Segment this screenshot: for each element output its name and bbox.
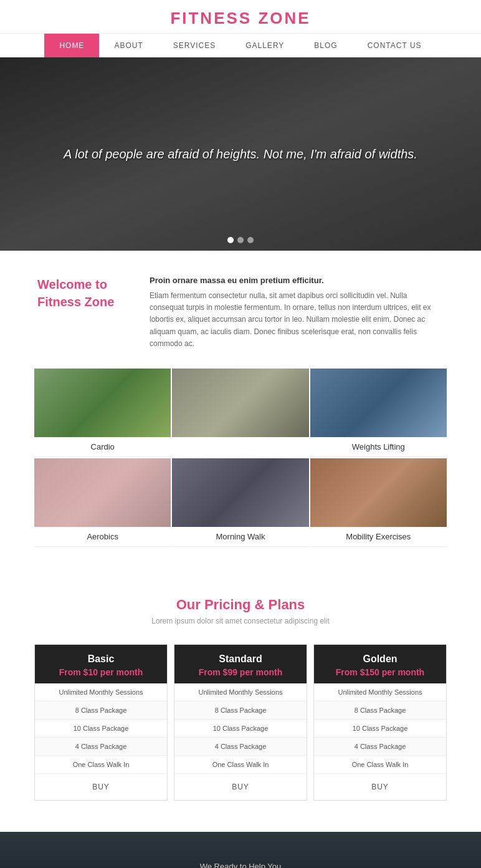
welcome-heading: Proin ornare massa eu enim pretium effic… (150, 276, 444, 285)
pricing-golden-amount: $150 (360, 667, 379, 677)
pricing-grid: Basic From $10 per month Unlimited Month… (34, 644, 447, 801)
nav-home[interactable]: HOME (44, 34, 99, 57)
nav-blog[interactable]: BLOG (299, 34, 352, 57)
pricing-golden-from: From (336, 667, 360, 677)
pricing-golden-f3: 10 Class Package (314, 720, 446, 738)
hero-dot-2[interactable] (237, 237, 244, 243)
pricing-standard-per: per month (237, 667, 282, 677)
service-weights-label: Weights Lifting (310, 437, 447, 457)
services-section: Cardio Running Weights Lifting Aerobics … (0, 369, 481, 572)
pricing-standard-price: From $99 per month (181, 667, 300, 677)
pricing-standard-amount: $99 (223, 667, 237, 677)
service-mobility: Mobility Exercises (310, 458, 447, 547)
service-cardio-label: Cardio (34, 437, 171, 457)
pricing-golden-buy[interactable]: BUY (314, 774, 446, 800)
service-aerobics-label: Aerobics (34, 527, 171, 547)
pricing-standard-header: Standard From $99 per month (174, 645, 307, 683)
pricing-standard-buy[interactable]: BUY (174, 774, 307, 800)
hero-dots (227, 237, 254, 243)
hero-dot-3[interactable] (247, 237, 254, 243)
service-aerobics-img (34, 458, 171, 527)
pricing-basic-header: Basic From $10 per month (35, 645, 167, 683)
pricing-standard-name: Standard (181, 653, 300, 665)
pricing-standard-f1: Unlimited Monthly Sessions (174, 683, 307, 702)
service-weights: Weights Lifting (310, 369, 447, 457)
service-aerobics: Aerobics (34, 458, 171, 547)
pricing-golden-f5: One Class Walk In (314, 756, 446, 774)
pricing-golden-header: Golden From $150 per month (314, 645, 446, 683)
site-title: FITNESS ZONE (0, 9, 481, 28)
pricing-section: Our Pricing & Plans Lorem ipsum dolor si… (0, 572, 481, 832)
pricing-golden-f1: Unlimited Monthly Sessions (314, 683, 446, 702)
pricing-golden-name: Golden (320, 653, 440, 665)
pricing-basic-price: From $10 per month (41, 667, 161, 677)
pricing-basic-from: From (59, 667, 83, 677)
pricing-standard-from: From (199, 667, 223, 677)
service-cardio-img (34, 369, 171, 437)
hero-section: A lot of people are afraid of heights. N… (0, 57, 481, 251)
pricing-golden-per: per month (379, 667, 424, 677)
welcome-title: Welcome toFitness Zone (37, 276, 131, 350)
pricing-standard: Standard From $99 per month Unlimited Mo… (174, 644, 307, 801)
service-walk-label: Morning Walk (172, 527, 308, 547)
pricing-basic-f4: 4 Class Package (35, 738, 167, 756)
cta-section: We Ready to Help You Get the Best Soluti… (0, 832, 481, 868)
pricing-basic: Basic From $10 per month Unlimited Month… (34, 644, 168, 801)
hero-dot-1[interactable] (227, 237, 234, 243)
cta-small-text: We Ready to Help You (200, 862, 282, 868)
pricing-standard-f3: 10 Class Package (174, 720, 307, 738)
hero-quote: A lot of people are afraid of heights. N… (39, 147, 442, 162)
pricing-golden-f2: 8 Class Package (314, 702, 446, 720)
service-cardio: Cardio (34, 369, 171, 457)
pricing-golden-price: From $150 per month (320, 667, 440, 677)
service-weights-img (310, 369, 447, 437)
nav-contact[interactable]: CONTACT US (353, 34, 437, 57)
pricing-standard-f4: 4 Class Package (174, 738, 307, 756)
pricing-basic-name: Basic (41, 653, 161, 665)
nav-gallery[interactable]: GALLERY (231, 34, 299, 57)
service-mobility-label: Mobility Exercises (310, 527, 447, 547)
service-running: Running (172, 369, 308, 457)
pricing-basic-buy[interactable]: BUY (35, 774, 167, 800)
service-running-img (172, 369, 308, 437)
pricing-golden-f4: 4 Class Package (314, 738, 446, 756)
welcome-body: Etiam fermentum consectetur nulla, sit a… (150, 290, 444, 350)
pricing-subtitle: Lorem ipsum dolor sit amet consectetur a… (34, 617, 447, 625)
pricing-basic-f2: 8 Class Package (35, 702, 167, 720)
nav-services[interactable]: SERVICES (158, 34, 231, 57)
pricing-title: Our Pricing & Plans (34, 597, 447, 613)
service-walk: Morning Walk (172, 458, 308, 547)
main-nav: HOME ABOUT SERVICES GALLERY BLOG CONTACT… (0, 33, 481, 57)
nav-about[interactable]: ABOUT (99, 34, 158, 57)
pricing-standard-f5: One Class Walk In (174, 756, 307, 774)
pricing-basic-f1: Unlimited Monthly Sessions (35, 683, 167, 702)
pricing-standard-f2: 8 Class Package (174, 702, 307, 720)
service-walk-img (172, 458, 308, 527)
pricing-basic-f5: One Class Walk In (35, 756, 167, 774)
welcome-content: Proin ornare massa eu enim pretium effic… (150, 276, 444, 350)
service-mobility-img (310, 458, 447, 527)
site-header: FITNESS ZONE (0, 0, 481, 33)
pricing-basic-per: per month (98, 667, 143, 677)
pricing-basic-amount: $10 (83, 667, 98, 677)
welcome-section: Welcome toFitness Zone Proin ornare mass… (0, 251, 481, 369)
pricing-golden: Golden From $150 per month Unlimited Mon… (313, 644, 447, 801)
pricing-basic-f3: 10 Class Package (35, 720, 167, 738)
